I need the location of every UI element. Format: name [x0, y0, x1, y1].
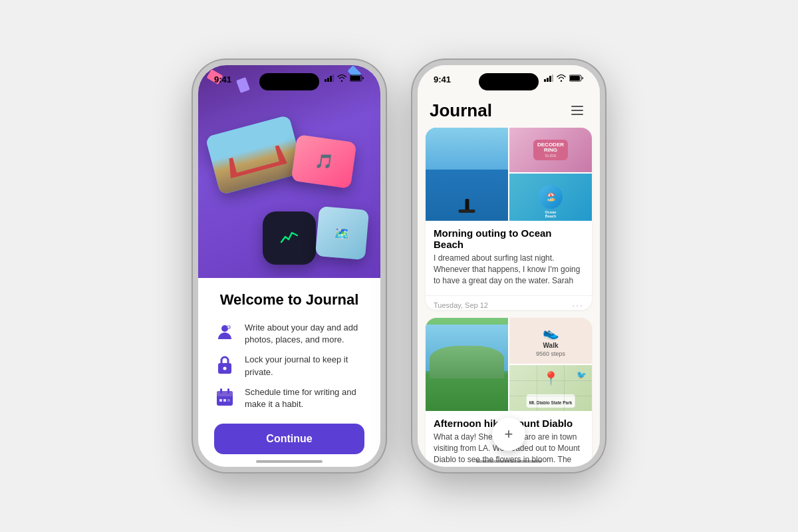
journal-scroll: DECODERRING SLIDE 🏖️ OceanBeach	[418, 128, 600, 467]
surfer-body	[465, 199, 469, 209]
svg-rect-5	[350, 76, 360, 80]
status-icons-1	[325, 74, 364, 82]
entry1-date-row: Tuesday, Sep 12 ···	[426, 295, 592, 310]
photo-card-app	[263, 211, 316, 265]
entry-card-1[interactable]: DECODERRING SLIDE 🏖️ OceanBeach	[426, 128, 592, 310]
podcast-title: DECODERRING	[537, 142, 564, 154]
status-icons-2	[544, 74, 584, 82]
svg-rect-13	[220, 388, 222, 394]
entry2-media-grid: 👟 Walk 9560 steps 📍 🐦 Mt. Diablo State P…	[426, 318, 592, 411]
walk-footprint-icon: 👟	[543, 325, 559, 340]
svg-rect-23	[570, 76, 580, 80]
phones-container: 9:41	[193, 60, 605, 472]
dynamic-island-1	[259, 73, 319, 90]
walk-card: 👟 Walk 9560 steps	[509, 318, 592, 364]
podcast-card: DECODERRING SLIDE	[509, 128, 592, 172]
schedule-icon	[214, 386, 235, 408]
photo-card-bridge	[205, 115, 305, 196]
home-indicator-2	[475, 460, 542, 463]
surfboard	[459, 209, 475, 213]
feature-write: ✦ Write about your day and add photos, p…	[214, 322, 364, 346]
journal-title: Journal	[430, 100, 492, 121]
lock-icon	[214, 354, 235, 375]
svg-rect-19	[547, 78, 549, 82]
signal-icon-1	[325, 74, 334, 82]
hike-photo	[426, 318, 508, 411]
dynamic-island-2	[479, 73, 539, 90]
entry1-media-grid: DECODERRING SLIDE 🏖️ OceanBeach	[426, 128, 592, 221]
lock-svg-icon	[216, 355, 233, 374]
signal-icon-2	[544, 74, 553, 82]
svg-rect-16	[223, 399, 226, 402]
entry1-title: Morning outing to Ocean Beach	[434, 227, 584, 250]
svg-rect-18	[544, 79, 546, 82]
walk-label: Walk	[543, 342, 559, 349]
menu-line-1	[571, 106, 583, 107]
menu-button[interactable]	[567, 100, 588, 121]
continue-button[interactable]: Continue	[214, 424, 364, 454]
svg-rect-2	[330, 76, 332, 82]
svg-rect-15	[219, 399, 222, 402]
write-person-icon: ✦	[215, 323, 234, 342]
hero-photos: 🎵 🗺️	[198, 98, 380, 278]
entry1-date: Tuesday, Sep 12	[434, 301, 488, 309]
photo-card-map: 🗺️	[315, 206, 369, 260]
entry1-body: Morning outing to Ocean Beach I dreamed …	[426, 221, 592, 293]
svg-rect-0	[325, 79, 327, 82]
battery-icon-2	[569, 74, 584, 82]
hike-hill	[430, 346, 504, 378]
map-emoji: 🗺️	[333, 224, 351, 241]
write-icon: ✦	[214, 322, 235, 343]
journal-content: Journal	[418, 65, 600, 467]
feature-schedule: Schedule time for writing and make it a …	[214, 386, 364, 410]
entry1-more-icon[interactable]: ···	[572, 300, 584, 310]
feature-write-text: Write about your day and add photos, pla…	[245, 322, 364, 346]
surfer	[459, 199, 475, 213]
surf-photo	[426, 128, 508, 221]
ocean-label: OceanBeach	[545, 210, 557, 218]
map-card: 📍 🐦 Mt. Diablo State Park	[509, 365, 592, 411]
phone-journal: 9:41	[412, 60, 605, 472]
photo-card-pink: 🎵	[291, 134, 357, 189]
svg-rect-12	[217, 391, 233, 396]
feature-lock-text: Lock your journal to keep it private.	[245, 354, 364, 378]
walk-steps: 9560 steps	[536, 350, 565, 357]
ocean-icon: 🏖️	[546, 192, 556, 201]
welcome-bottom: Welcome to Journal ✦ Write about your da…	[198, 278, 380, 467]
bridge-image	[205, 115, 305, 196]
svg-rect-3	[332, 74, 334, 82]
status-time-2: 9:41	[434, 74, 451, 84]
menu-line-2	[571, 110, 583, 111]
menu-line-3	[571, 114, 583, 115]
calendar-icon	[215, 388, 234, 406]
plus-icon: +	[505, 426, 513, 443]
svg-rect-20	[549, 76, 551, 82]
svg-text:✦: ✦	[227, 325, 230, 329]
welcome-title: Welcome to Journal	[214, 291, 364, 309]
svg-point-10	[223, 367, 227, 370]
svg-rect-21	[552, 74, 553, 82]
phone-welcome: 9:41	[193, 60, 386, 472]
hike-ground	[426, 374, 508, 411]
sky	[426, 128, 508, 170]
wifi-icon-1	[337, 74, 346, 82]
battery-icon-1	[350, 74, 364, 82]
entry1-text: I dreamed about surfing last night. When…	[434, 253, 584, 286]
svg-rect-17	[227, 399, 230, 402]
status-time-1: 9:41	[214, 74, 231, 84]
ocean-beach-card: 🏖️ OceanBeach	[509, 174, 592, 221]
podcast-subtitle: SLIDE	[537, 154, 564, 158]
hike-grass	[426, 318, 508, 411]
svg-rect-14	[227, 388, 229, 394]
feature-lock: Lock your journal to keep it private.	[214, 354, 364, 378]
wifi-icon-2	[557, 74, 566, 82]
map-grid	[509, 365, 592, 411]
add-entry-fab[interactable]: +	[492, 418, 525, 451]
photo-emoji: 🎵	[314, 152, 334, 172]
podcast-badge: DECODERRING SLIDE	[533, 140, 568, 161]
phone1-content: 🎵 🗺️ Welcome to Journal	[198, 65, 380, 467]
svg-rect-1	[327, 78, 329, 82]
ocean-circle: 🏖️	[539, 185, 563, 209]
feature-schedule-text: Schedule time for writing and make it a …	[245, 386, 364, 410]
home-indicator-1	[256, 460, 323, 463]
